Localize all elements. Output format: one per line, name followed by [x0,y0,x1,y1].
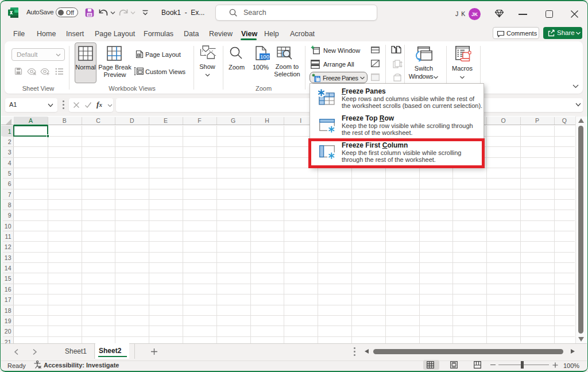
svg-text:100: 100 [260,53,269,60]
